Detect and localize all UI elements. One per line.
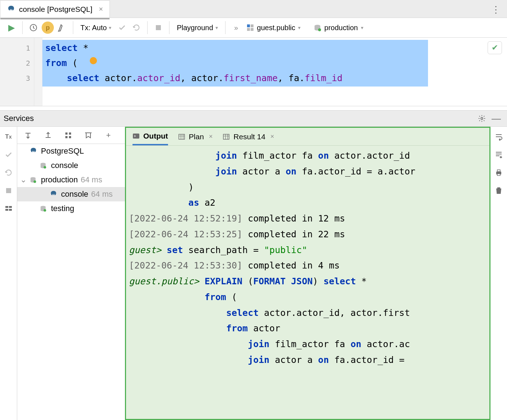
scroll-end-icon[interactable]: [492, 148, 505, 161]
tx-icon[interactable]: Tx: [2, 130, 15, 143]
close-icon[interactable]: ×: [209, 133, 213, 140]
separator: [73, 21, 73, 34]
soft-wrap-icon[interactable]: [492, 130, 505, 143]
commit-button[interactable]: [115, 20, 129, 35]
trash-icon[interactable]: [492, 184, 505, 197]
output-tabs: Output Plan × Result 14 ×: [126, 128, 489, 146]
services-body: Tx + PostgreSQLconsole⌄production 64 msc…: [0, 127, 507, 420]
hide-button[interactable]: —: [489, 111, 503, 126]
view-mode-icon[interactable]: [2, 202, 15, 215]
svg-rect-26: [223, 134, 229, 139]
separator: [147, 21, 148, 34]
chevron-down-icon: ▾: [298, 25, 301, 31]
code-area[interactable]: select * from ( select actor.actor_id, a…: [42, 38, 507, 106]
commit-icon[interactable]: [2, 148, 15, 161]
svg-rect-24: [133, 134, 139, 139]
tree[interactable]: PostgreSQLconsole⌄production 64 msconsol…: [17, 144, 125, 420]
expand-all-icon[interactable]: [21, 128, 35, 143]
add-icon[interactable]: +: [101, 128, 116, 143]
tab-console[interactable]: console [PostgreSQL] ×: [0, 0, 110, 18]
gutter: 1 2 3: [0, 38, 34, 106]
svg-rect-3: [251, 24, 254, 27]
toolbar: ▶ p Tx: Auto ▾ Playground ▾ » guest.publ…: [0, 18, 507, 38]
tab-title: console [PostgreSQL]: [19, 5, 92, 14]
more-button[interactable]: »: [229, 20, 243, 35]
svg-rect-16: [65, 136, 68, 138]
services-header: Services —: [0, 110, 507, 127]
output-console[interactable]: join film_actor fa on actor.actor_id joi…: [126, 146, 489, 419]
kebab-icon[interactable]: ⋮: [491, 4, 501, 15]
svg-rect-30: [497, 187, 500, 188]
svg-rect-9: [6, 188, 11, 193]
tab-close-button[interactable]: ×: [99, 5, 103, 13]
services-title: Services: [4, 114, 34, 123]
rollback-icon[interactable]: [2, 166, 15, 179]
print-icon[interactable]: [492, 166, 505, 179]
history-button[interactable]: [26, 20, 41, 35]
chevron-down-icon: ▾: [361, 25, 363, 31]
tab-plan[interactable]: Plan ×: [178, 128, 213, 145]
tree-node[interactable]: console: [17, 158, 125, 173]
svg-rect-12: [5, 209, 8, 211]
svg-rect-25: [179, 134, 185, 139]
tx-mode-dropdown[interactable]: Tx: Auto ▾: [77, 24, 115, 32]
schema-selector[interactable]: guest.public ▾: [243, 24, 304, 32]
separator: [225, 21, 225, 34]
svg-rect-2: [247, 24, 250, 27]
code-line: select *: [42, 41, 507, 56]
p-button[interactable]: p: [41, 20, 55, 35]
svg-rect-13: [9, 209, 12, 211]
svg-point-8: [481, 117, 483, 120]
warning-marker[interactable]: [90, 57, 97, 64]
editor[interactable]: 1 2 3 select * from ( select actor.actor…: [0, 38, 507, 106]
output-panel: Output Plan × Result 14 × join film_acto…: [125, 127, 507, 420]
inspection-badge[interactable]: ✔: [488, 41, 502, 54]
stop-button[interactable]: [151, 20, 166, 35]
chevron-down-icon: ▾: [109, 25, 111, 31]
svg-point-7: [318, 28, 321, 31]
collapse-all-icon[interactable]: [41, 128, 55, 143]
tab-label: Output: [143, 132, 168, 140]
svg-rect-17: [69, 136, 71, 138]
tree-node[interactable]: PostgreSQL: [17, 144, 125, 158]
code-line: from (: [42, 56, 507, 71]
rollback-button[interactable]: [129, 20, 144, 35]
playground-label: Playground: [177, 24, 213, 32]
svg-rect-1: [156, 25, 161, 30]
resolve-mode-dropdown[interactable]: Playground ▾: [173, 24, 221, 32]
stop-icon[interactable]: [2, 184, 15, 197]
schema-icon: [246, 24, 254, 32]
tree-toolbar: +: [17, 127, 125, 144]
line-number: 3: [0, 71, 30, 86]
fold-column: [34, 38, 42, 106]
separator: [22, 21, 23, 34]
tree-node[interactable]: ⌄production 64 ms: [17, 173, 125, 187]
tab-bar: console [PostgreSQL] × ⋮: [0, 0, 507, 18]
data-source-icon: [313, 24, 321, 32]
svg-rect-11: [9, 206, 12, 208]
filter-icon[interactable]: [81, 128, 96, 143]
tab-output[interactable]: Output: [132, 128, 168, 145]
group-icon[interactable]: [61, 128, 75, 143]
settings-icon[interactable]: [475, 111, 489, 126]
tree-node[interactable]: console 64 ms: [17, 187, 125, 201]
svg-rect-10: [5, 206, 8, 208]
code-line: select actor.actor_id, actor.first_name,…: [42, 71, 507, 86]
separator: [169, 21, 169, 34]
splitter[interactable]: [0, 106, 507, 110]
close-icon[interactable]: ×: [270, 133, 274, 140]
settings-button[interactable]: [55, 20, 69, 35]
svg-rect-14: [65, 132, 68, 135]
postgres-icon: [7, 5, 15, 14]
run-button[interactable]: ▶: [4, 20, 19, 35]
svg-rect-4: [247, 28, 250, 31]
tab-label: Result 14: [233, 132, 265, 141]
svg-point-19: [44, 166, 46, 169]
data-source-selector[interactable]: production ▾: [311, 24, 366, 32]
chevron-down-icon: ▾: [215, 25, 218, 31]
grid-icon: [223, 133, 230, 140]
tab-result[interactable]: Result 14 ×: [223, 128, 274, 145]
tree-node[interactable]: testing: [17, 201, 125, 216]
svg-rect-5: [251, 28, 254, 31]
line-number: 1: [0, 41, 30, 56]
